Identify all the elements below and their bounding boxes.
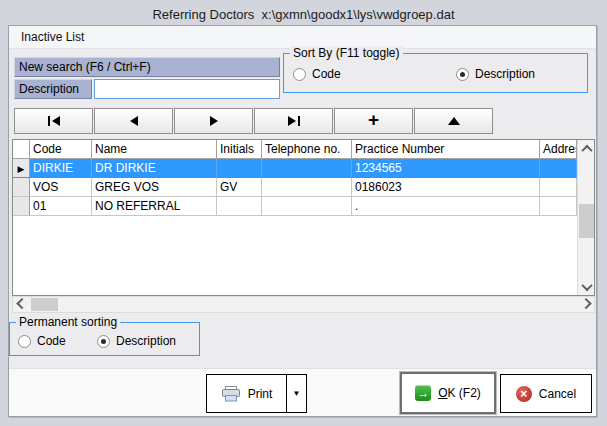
chevron-down-icon xyxy=(581,279,592,290)
chevron-left-icon xyxy=(16,297,27,308)
nav-edit-button[interactable] xyxy=(414,108,493,134)
referring-doctors-window: { "window": { "title": "Referring Doctor… xyxy=(0,0,607,426)
current-row-marker-icon: ▶ xyxy=(18,164,25,174)
print-split-button[interactable]: Print ▼ xyxy=(206,374,307,413)
cell-name: NO REFERRAL xyxy=(92,197,217,216)
nav-next-button[interactable] xyxy=(174,108,253,134)
grid-header-row: Code Name Initials Telephone no. Practic… xyxy=(13,140,577,159)
vertical-scrollbar-thumb[interactable] xyxy=(579,204,594,238)
column-header-initials: Initials xyxy=(217,140,262,159)
radio-label: Description xyxy=(116,334,176,348)
nav-first-button[interactable] xyxy=(14,108,93,134)
permanent-sorting-legend: Permanent sorting xyxy=(16,315,120,329)
cell-address xyxy=(540,178,577,197)
nav-last-button[interactable] xyxy=(254,108,333,134)
permanent-sorting-groupbox: Permanent sorting Code Description xyxy=(9,322,200,356)
cell-telephone xyxy=(262,197,352,216)
new-search-header: New search (F6 / Ctrl+F) xyxy=(14,57,280,77)
permanent-code-radio[interactable]: Code xyxy=(18,334,66,348)
printer-icon xyxy=(221,386,241,402)
nav-insert-button[interactable]: + xyxy=(334,108,413,134)
cancel-label: Cancel xyxy=(539,387,576,401)
main-panel: Inactive List New search (F6 / Ctrl+F) D… xyxy=(8,25,597,417)
cancel-x-icon: × xyxy=(516,386,532,402)
ok-arrow-icon: → xyxy=(415,385,431,401)
search-field-label: Description xyxy=(14,79,92,99)
table-row-selected[interactable]: ▶ DIRKIE DR DIRKIE 1234565 xyxy=(13,159,577,178)
ok-button[interactable]: → OK (F2) xyxy=(400,372,496,414)
print-dropdown-button[interactable]: ▼ xyxy=(286,375,306,412)
cell-code: DIRKIE xyxy=(30,159,92,178)
footer-bar: Print ▼ → OK (F2) × Cancel xyxy=(9,368,596,416)
column-header-telephone: Telephone no. xyxy=(262,140,352,159)
radio-icon xyxy=(293,68,306,81)
triangle-up-icon xyxy=(448,117,460,125)
row-indicator: ▶ xyxy=(13,159,30,178)
column-header-address: Address xyxy=(540,140,577,159)
ok-label: OK (F2) xyxy=(438,386,481,400)
prior-record-icon xyxy=(130,116,138,126)
table-row[interactable]: VOS GREG VOS GV 0186023 xyxy=(13,178,577,197)
cell-address xyxy=(540,197,577,216)
cell-initials: GV xyxy=(217,178,262,197)
cell-address xyxy=(540,159,577,178)
scroll-up-button[interactable] xyxy=(578,140,595,157)
horizontal-scrollbar[interactable] xyxy=(12,296,595,313)
horizontal-scrollbar-thumb[interactable] xyxy=(31,298,58,311)
scroll-right-button[interactable] xyxy=(577,296,594,313)
radio-icon xyxy=(97,335,110,348)
print-button[interactable]: Print xyxy=(207,375,286,412)
first-record-icon xyxy=(48,116,50,126)
sort-by-groupbox: Sort By (F11 toggle) Code Description xyxy=(283,53,588,93)
radio-label: Description xyxy=(475,67,535,81)
cell-name: DR DIRKIE xyxy=(92,159,217,178)
chevron-right-icon xyxy=(580,297,591,308)
column-header-code: Code xyxy=(30,140,92,159)
cell-code: 01 xyxy=(30,197,92,216)
print-label: Print xyxy=(248,387,273,401)
radio-label: Code xyxy=(37,334,66,348)
radio-label: Code xyxy=(312,67,341,81)
cell-practice-number: . xyxy=(352,197,540,216)
cell-telephone xyxy=(262,159,352,178)
vertical-scrollbar[interactable] xyxy=(577,140,594,295)
cell-practice-number: 1234565 xyxy=(352,159,540,178)
cell-initials xyxy=(217,197,262,216)
doctors-grid: Code Name Initials Telephone no. Practic… xyxy=(12,139,595,296)
cell-name: GREG VOS xyxy=(92,178,217,197)
scroll-down-button[interactable] xyxy=(578,278,595,295)
sort-by-description-radio[interactable]: Description xyxy=(456,67,535,81)
dropdown-caret-icon: ▼ xyxy=(293,390,301,398)
cell-telephone xyxy=(262,178,352,197)
cell-code: VOS xyxy=(30,178,92,197)
last-record-icon xyxy=(288,116,296,126)
scroll-left-button[interactable] xyxy=(13,296,30,313)
nav-prior-button[interactable] xyxy=(94,108,173,134)
grid-indicator-header xyxy=(13,140,30,159)
permanent-description-radio[interactable]: Description xyxy=(97,334,176,348)
next-record-icon xyxy=(210,116,218,126)
row-indicator xyxy=(13,178,30,197)
column-header-name: Name xyxy=(92,140,217,159)
radio-icon xyxy=(18,335,31,348)
table-row[interactable]: 01 NO REFERRAL . xyxy=(13,197,577,216)
cancel-button[interactable]: × Cancel xyxy=(500,374,592,413)
window-title: Referring Doctors x:\gxmn\goodx1\lys\vwd… xyxy=(0,7,607,22)
chevron-up-icon xyxy=(581,144,592,155)
sort-by-legend: Sort By (F11 toggle) xyxy=(290,46,403,60)
column-header-practice-number: Practice Number xyxy=(352,140,540,159)
description-search-input[interactable] xyxy=(94,79,280,99)
cell-practice-number: 0186023 xyxy=(352,178,540,197)
row-indicator xyxy=(13,197,30,216)
cell-initials xyxy=(217,159,262,178)
plus-icon: + xyxy=(368,115,379,125)
sort-by-code-radio[interactable]: Code xyxy=(293,67,341,81)
radio-icon xyxy=(456,68,469,81)
